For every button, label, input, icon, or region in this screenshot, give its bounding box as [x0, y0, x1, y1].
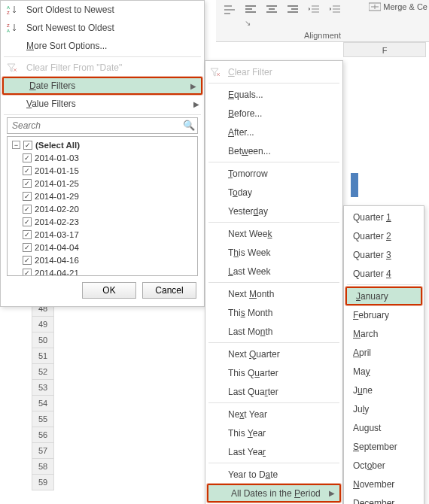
checkbox[interactable]: ✓	[23, 269, 32, 277]
filter-after[interactable]: After...	[205, 123, 342, 141]
menu-label: Tomorrow	[228, 169, 268, 179]
indent-decrease-icon[interactable]	[305, 2, 323, 18]
filter-this-month[interactable]: This Month	[205, 303, 342, 322]
filter-year-to-date[interactable]: Year to Date	[205, 465, 342, 484]
row-header[interactable]: 55	[32, 411, 54, 427]
filter-today[interactable]: Today	[205, 183, 342, 202]
tree-item[interactable]: ✓2014-01-03	[9, 151, 196, 164]
filter-this-week[interactable]: This Week	[205, 243, 342, 262]
checkbox[interactable]: ✓	[23, 230, 32, 239]
period-may[interactable]: May	[344, 362, 424, 381]
period-january[interactable]: January	[345, 287, 422, 305]
period-q4[interactable]: Quarter 4	[344, 264, 424, 283]
row-header[interactable]: 49	[32, 317, 54, 332]
date-filters[interactable]: Date Filters ▶	[2, 77, 202, 95]
value-filters[interactable]: Value Filters ▶	[1, 95, 204, 113]
checkbox[interactable]: ✓	[23, 153, 32, 162]
align-right-icon[interactable]	[284, 2, 302, 18]
tree-item[interactable]: ✓2014-01-25	[9, 177, 196, 190]
filter-last-week[interactable]: Last Week	[205, 262, 342, 281]
search-input[interactable]	[7, 117, 198, 134]
filter-equals[interactable]: Equals...	[205, 85, 342, 104]
row-header[interactable]: 59	[32, 475, 54, 490]
row-header[interactable]: 54	[32, 396, 54, 411]
expand-icon[interactable]: −	[12, 141, 20, 149]
row-header[interactable]: 53	[32, 380, 54, 396]
period-october[interactable]: October	[344, 456, 424, 475]
filter-next-year[interactable]: Next Year	[205, 405, 342, 424]
row-header[interactable]: 51	[32, 348, 54, 364]
indent-increase-icon[interactable]	[326, 2, 344, 18]
dialog-launcher-icon[interactable]: ↘	[245, 19, 254, 28]
tree-item[interactable]: ✓2014-04-21	[9, 266, 196, 276]
period-q3[interactable]: Quarter 3	[344, 245, 424, 264]
filter-before[interactable]: Before...	[205, 104, 342, 123]
row-header[interactable]: 52	[32, 364, 54, 380]
period-q2[interactable]: Quarter 2	[344, 226, 424, 245]
menu-label: Date Filters	[29, 80, 75, 91]
period-june[interactable]: June	[344, 381, 424, 399]
tree-item[interactable]: ✓2014-01-15	[9, 164, 196, 177]
tree-item[interactable]: ✓2014-01-29	[9, 190, 196, 202]
period-july[interactable]: July	[344, 399, 424, 418]
menu-label: After...	[228, 127, 254, 138]
column-header-F[interactable]: F	[343, 42, 426, 57]
align-center-icon[interactable]	[263, 2, 281, 18]
tree-item[interactable]: ✓2014-04-04	[9, 241, 196, 254]
tree-item[interactable]: ✓2014-03-17	[9, 228, 196, 241]
checkbox[interactable]: ✓	[23, 179, 32, 188]
menu-label: September	[353, 442, 397, 452]
period-april[interactable]: April	[344, 343, 424, 362]
filter-yesterday[interactable]: Yesterday	[205, 202, 342, 220]
wrap-text-icon[interactable]	[221, 2, 239, 18]
menu-label: This Year	[228, 428, 266, 439]
checkbox[interactable]: ✓	[23, 141, 32, 150]
tree-item[interactable]: ✓2014-02-23	[9, 215, 196, 228]
filter-this-quarter[interactable]: This Quarter	[205, 363, 342, 382]
period-september[interactable]: September	[344, 437, 424, 456]
period-december[interactable]: December	[344, 493, 424, 504]
sort-newest-oldest[interactable]: ZA Sort Newest to Oldest	[1, 19, 204, 37]
menu-label: Last Quarter	[228, 387, 278, 397]
filter-next-month[interactable]: Next Month	[205, 284, 342, 303]
menu-label: Before...	[228, 108, 262, 119]
clear-filter: Clear Filter	[205, 62, 342, 81]
align-left-icon[interactable]	[242, 2, 260, 18]
period-march[interactable]: March	[344, 324, 424, 343]
checkbox[interactable]: ✓	[23, 192, 32, 201]
filter-last-month[interactable]: Last Month	[205, 322, 342, 341]
all-dates-in-period[interactable]: All Dates in the Period ▶	[207, 484, 341, 502]
select-all[interactable]: − ✓ (Select All)	[9, 138, 196, 151]
row-header[interactable]: 50	[32, 332, 54, 348]
row-header[interactable]: 58	[32, 459, 54, 475]
period-november[interactable]: November	[344, 475, 424, 493]
filter-between[interactable]: Between...	[205, 141, 342, 160]
menu-label: Clear Filter	[228, 67, 272, 77]
filter-next-quarter[interactable]: Next Quarter	[205, 345, 342, 363]
period-q1[interactable]: Quarter 1	[344, 208, 424, 226]
filter-values-tree[interactable]: − ✓ (Select All) ✓2014-01-03 ✓2014-01-15…	[7, 136, 198, 276]
checkbox[interactable]: ✓	[23, 166, 32, 175]
filter-last-year[interactable]: Last Year	[205, 442, 342, 461]
more-sort-options[interactable]: More Sort Options...	[1, 37, 204, 55]
separator	[347, 284, 421, 285]
row-header[interactable]: 56	[32, 427, 54, 443]
search-icon[interactable]: 🔍	[183, 120, 195, 131]
checkbox[interactable]: ✓	[23, 205, 32, 214]
cancel-button[interactable]: Cancel	[142, 282, 196, 299]
filter-next-week[interactable]: Next Week	[205, 224, 342, 243]
checkbox[interactable]: ✓	[23, 243, 32, 252]
merge-cells-button[interactable]: Merge & Ce	[369, 2, 427, 12]
checkbox[interactable]: ✓	[23, 217, 32, 226]
filter-tomorrow[interactable]: Tomorrow	[205, 164, 342, 183]
period-february[interactable]: February	[344, 305, 424, 324]
period-august[interactable]: August	[344, 418, 424, 437]
tree-item[interactable]: ✓2014-02-20	[9, 202, 196, 215]
checkbox[interactable]: ✓	[23, 256, 32, 265]
filter-this-year[interactable]: This Year	[205, 424, 342, 442]
filter-last-quarter[interactable]: Last Quarter	[205, 382, 342, 401]
tree-item[interactable]: ✓2014-04-16	[9, 254, 196, 266]
sort-oldest-newest[interactable]: AZ Sort Oldest to Newest	[1, 1, 204, 19]
row-header[interactable]: 57	[32, 443, 54, 459]
ok-button[interactable]: OK	[82, 282, 136, 299]
